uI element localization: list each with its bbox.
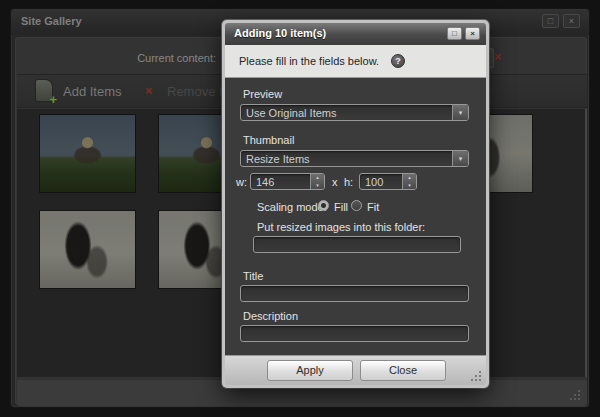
close-button[interactable]: Close [360,360,446,381]
title-label: Title [243,270,263,282]
scaling-mode-label: Scaling mode: [257,201,327,213]
radio-fill[interactable] [318,200,329,211]
dialog-info-text: Please fill in the fields below. [239,55,379,67]
close-icon: × [470,29,475,38]
thumbnail-label: Thumbnail [243,134,294,146]
width-input[interactable] [251,174,309,189]
height-spinner[interactable]: ▴▾ [359,173,417,190]
dialog-titlebar[interactable]: Adding 10 item(s) □ × [225,23,486,45]
description-label: Description [243,310,298,322]
dialog-form: Preview Use Original Items ▾ Thumbnail R… [225,78,486,355]
dialog-footer: Apply Close [225,355,486,385]
dialog-maximize-button[interactable]: □ [447,27,462,40]
radio-fit[interactable] [351,200,362,211]
radio-fill-label: Fill [334,201,348,213]
description-input[interactable] [240,325,469,342]
help-icon[interactable]: ? [391,54,405,68]
dialog-title: Adding 10 item(s) [234,27,326,39]
title-input[interactable] [240,285,469,302]
dialog-resize-grip[interactable] [470,370,482,382]
size-x-label: x [332,176,338,188]
dialog-info-bar: Please fill in the fields below. ? [225,45,486,78]
width-spinner[interactable]: ▴▾ [250,173,325,190]
width-label: w: [236,176,247,188]
resized-folder-label: Put resized images into this folder: [257,221,425,233]
radio-fit-label: Fit [367,201,379,213]
thumbnail-select[interactable]: Resize Items ▾ [240,150,469,167]
preview-label: Preview [243,88,282,100]
adding-items-dialog: Adding 10 item(s) □ × Please fill in the… [222,20,489,388]
thumbnail-value: Resize Items [246,153,310,165]
screen: Site Gallery □ × Current content: Galler… [0,0,600,417]
chevron-down-icon[interactable]: ▾ [452,151,468,166]
apply-button[interactable]: Apply [267,360,353,381]
spinner-buttons-icon[interactable]: ▴▾ [402,174,416,189]
dialog-close-button[interactable]: × [465,27,480,40]
height-label: h: [344,176,353,188]
height-input[interactable] [360,174,401,189]
maximize-icon: □ [452,29,457,38]
resized-folder-input[interactable] [253,236,461,253]
preview-value: Use Original Items [246,107,336,119]
chevron-down-icon[interactable]: ▾ [452,105,468,120]
preview-select[interactable]: Use Original Items ▾ [240,104,469,121]
spinner-buttons-icon[interactable]: ▴▾ [310,174,324,189]
